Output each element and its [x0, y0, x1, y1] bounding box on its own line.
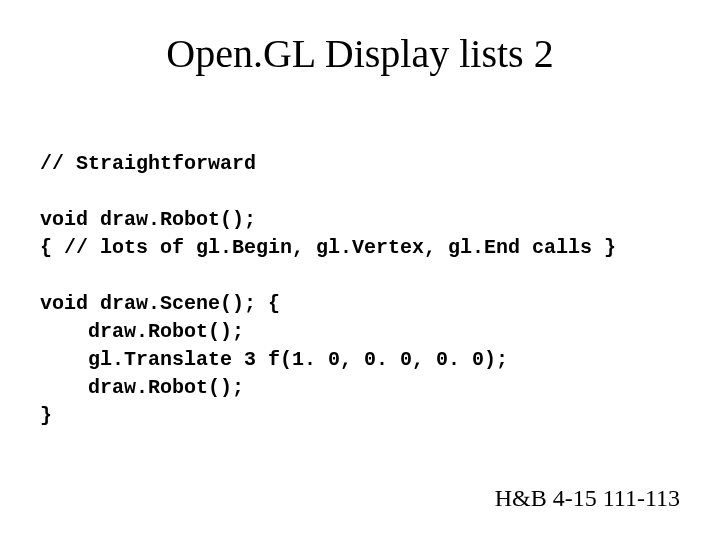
- slide-footer: H&B 4-15 111-113: [495, 485, 680, 512]
- code-block: // Straightforward void draw.Robot(); { …: [40, 150, 680, 430]
- slide: Open.GL Display lists 2 // Straightforwa…: [0, 0, 720, 540]
- slide-title: Open.GL Display lists 2: [0, 30, 720, 77]
